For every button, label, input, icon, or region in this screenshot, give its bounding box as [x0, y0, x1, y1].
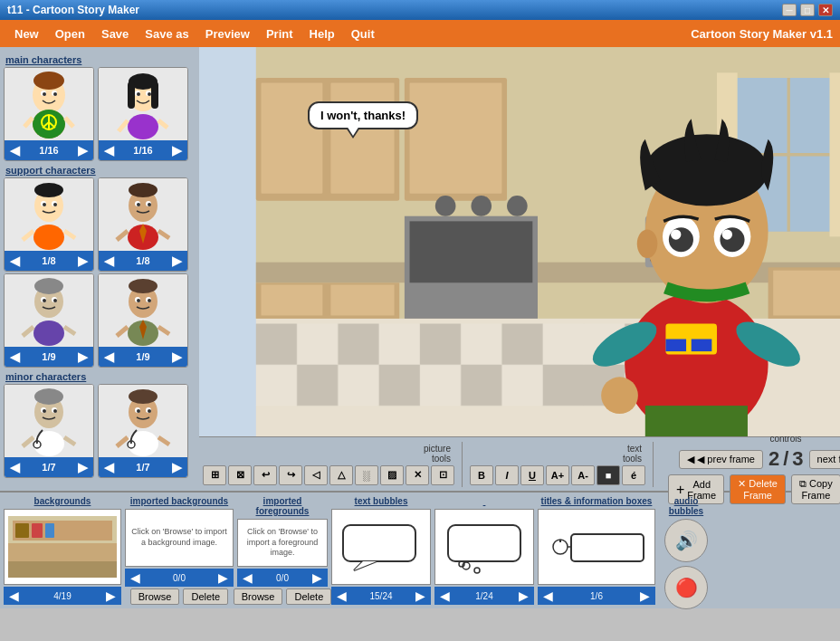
text-tool-bold[interactable]: B	[470, 465, 493, 485]
char-2-svg	[102, 68, 184, 140]
delete-bg-button[interactable]: Delete	[183, 588, 228, 605]
section-support-characters: support characters	[5, 165, 194, 176]
char-1-prev[interactable]: ◀	[8, 143, 22, 158]
char-6-next[interactable]: ▶	[170, 349, 184, 364]
picture-tool-2[interactable]: ⊠	[228, 465, 252, 485]
picture-tool-rotate-ccw[interactable]: ↩	[253, 465, 277, 485]
svg-rect-154	[343, 525, 415, 561]
picture-tool-1[interactable]: ⊞	[203, 465, 226, 485]
menu-new[interactable]: New	[7, 24, 46, 44]
char-card-6[interactable]: ◀ 1/9 ▶	[98, 273, 188, 368]
maximize-button[interactable]: □	[800, 4, 815, 16]
frame-nav-row: ◀ ◀ prev frame 2 / 3 next frame ▶ ▶	[679, 447, 840, 471]
text-tool-italic[interactable]: I	[495, 465, 519, 485]
delete-frame-button[interactable]: ✕ DeleteFrame	[730, 474, 786, 504]
next-frame-button[interactable]: next frame ▶ ▶	[809, 450, 840, 469]
char-8-next[interactable]: ▶	[170, 460, 184, 474]
char-7-next[interactable]: ▶	[76, 460, 90, 474]
char-8-prev[interactable]: ◀	[102, 460, 116, 474]
minimize-button[interactable]: ─	[782, 4, 797, 16]
text-tools-label: texttools	[470, 444, 645, 464]
char-5-next[interactable]: ▶	[76, 349, 90, 364]
menu-open[interactable]: Open	[48, 24, 92, 44]
text-bubbles-next[interactable]: ▶	[414, 588, 427, 603]
prev-frame-button[interactable]: ◀ ◀ prev frame	[679, 450, 763, 469]
char-5-prev[interactable]: ◀	[8, 349, 22, 364]
menu-quit[interactable]: Quit	[344, 24, 382, 44]
menu-print[interactable]: Print	[259, 24, 301, 44]
svg-rect-93	[297, 365, 338, 406]
char-1-nav: ◀ 1/16 ▶	[5, 140, 93, 160]
char-3-prev[interactable]: ◀	[8, 254, 22, 268]
text-bubbles-prev[interactable]: ◀	[335, 588, 348, 603]
char-6-prev[interactable]: ◀	[102, 349, 116, 364]
titles-next[interactable]: ▶	[638, 588, 652, 603]
titlebar-title: t11 - Cartoon Story Maker	[7, 4, 139, 16]
char-card-5[interactable]: ◀ 1/9 ▶	[4, 273, 94, 368]
char-2-next[interactable]: ▶	[170, 143, 184, 158]
browse-fg-button[interactable]: Browse	[234, 588, 283, 605]
imported-fg-prev[interactable]: ◀	[241, 570, 254, 585]
svg-rect-94	[338, 365, 378, 406]
char-4-next[interactable]: ▶	[170, 254, 184, 268]
text-tool-special[interactable]: é	[622, 465, 645, 485]
char-7-prev[interactable]: ◀	[8, 460, 22, 474]
text-bubble-thumb[interactable]	[331, 509, 431, 585]
picture-tools-label: picturetools	[203, 444, 454, 464]
imported-fg-nav: ◀ 0/0 ▶	[237, 569, 328, 587]
menu-saveas[interactable]: Save as	[138, 24, 196, 44]
titles-thumb[interactable]	[538, 509, 655, 585]
text-bubbles2-next[interactable]: ▶	[517, 588, 530, 603]
audio-play-button[interactable]: 🔊	[664, 519, 708, 562]
svg-rect-91	[543, 324, 584, 365]
picture-tool-extra[interactable]: ⊡	[431, 465, 454, 485]
svg-rect-17	[128, 81, 135, 109]
char-card-3[interactable]: ◀ 1/8 ▶	[4, 177, 94, 272]
char-4-prev[interactable]: ◀	[102, 254, 116, 268]
svg-point-79	[148, 409, 151, 413]
copy-frame-button[interactable]: ⧉ CopyFrame	[791, 474, 840, 504]
text-bubbles2-counter: 1/24	[475, 591, 492, 601]
text-bubbles2-label	[483, 496, 486, 506]
char-card-2[interactable]: ◀ 1/16 ▶	[98, 67, 188, 161]
char-card-1[interactable]: ◀ 1/16 ▶	[4, 67, 94, 161]
imported-bg-prev[interactable]: ◀	[129, 570, 142, 585]
picture-tool-flip-h[interactable]: ◁	[304, 465, 328, 485]
backgrounds-prev[interactable]: ◀	[7, 588, 21, 603]
picture-tool-color[interactable]: ░	[355, 465, 378, 485]
char-3-next[interactable]: ▶	[76, 254, 90, 268]
backgrounds-next[interactable]: ▶	[104, 588, 118, 603]
menu-preview[interactable]: Preview	[198, 24, 257, 44]
close-button[interactable]: ✕	[818, 4, 833, 16]
imported-fg-next[interactable]: ▶	[310, 570, 324, 585]
picture-tool-rotate-cw[interactable]: ↪	[279, 465, 302, 485]
backgrounds-thumb[interactable]	[4, 509, 121, 585]
char-card-4[interactable]: ◀ 1/8 ▶	[98, 177, 188, 272]
picture-tool-shade[interactable]: ▨	[380, 465, 404, 485]
delete-fg-button[interactable]: Delete	[286, 588, 331, 605]
imported-bg-next[interactable]: ▶	[216, 570, 230, 585]
char-1-next[interactable]: ▶	[76, 143, 90, 158]
char-card-7[interactable]: ◀ 1/7 ▶	[4, 384, 94, 478]
menu-help[interactable]: Help	[302, 24, 342, 44]
text-bubbles2-prev[interactable]: ◀	[438, 588, 452, 603]
picture-tool-flip-v[interactable]: △	[329, 465, 353, 485]
audio-record-button[interactable]: 🔴	[664, 566, 708, 609]
picture-tool-buttons: ⊞ ⊠ ↩ ↪ ◁ △ ░ ▨ ✕ ⊡	[203, 465, 454, 485]
titles-prev[interactable]: ◀	[541, 588, 555, 603]
text-tool-color[interactable]: ■	[597, 465, 620, 485]
scene-svg	[199, 47, 840, 436]
char-8-svg	[102, 385, 184, 457]
picture-tool-delete[interactable]: ✕	[406, 465, 429, 485]
svg-line-24	[158, 120, 167, 128]
svg-line-23	[119, 120, 128, 131]
text-tool-font-smaller[interactable]: A-	[571, 465, 595, 485]
canvas-area[interactable]: I won't, thanks!	[199, 47, 840, 436]
text-bubble2-thumb[interactable]	[434, 509, 534, 585]
char-2-prev[interactable]: ◀	[102, 143, 116, 158]
text-tool-underline[interactable]: U	[520, 465, 544, 485]
char-card-8[interactable]: ◀ 1/7 ▶	[98, 384, 188, 478]
text-tool-font-bigger[interactable]: A+	[546, 465, 569, 485]
menu-save[interactable]: Save	[94, 24, 136, 44]
browse-bg-button[interactable]: Browse	[130, 588, 180, 605]
